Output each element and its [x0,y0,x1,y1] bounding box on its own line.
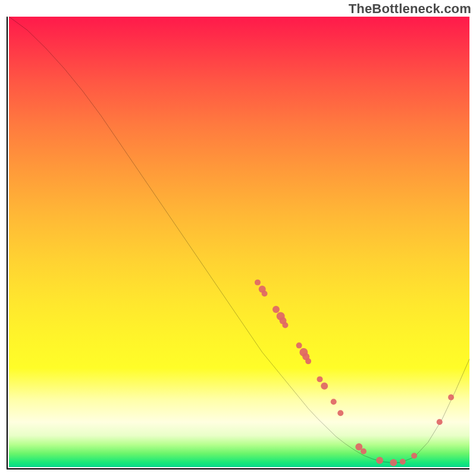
watermark-text: TheBottleneck.com [349,1,471,17]
plot-area [7,17,469,469]
scatter-point [390,459,397,466]
scatter-point [361,449,367,455]
curve-svg [9,17,469,467]
scatter-point [337,410,343,416]
scatter-point [296,343,302,349]
scatter-point [317,376,322,382]
scatter-point [411,453,417,459]
scatter-point [448,394,454,400]
scatter-point [273,306,280,313]
scatter-point [282,322,288,328]
scatter-point [255,280,261,286]
bottleneck-curve [9,17,469,462]
scatter-point [331,399,337,405]
scatter-point [262,291,268,297]
scatter-point [400,459,406,465]
scatter-point [376,457,383,464]
chart-stage: TheBottleneck.com [0,0,476,476]
scatter-point [305,358,311,364]
scatter-point [437,419,443,425]
scatter-points [255,280,454,466]
scatter-point [321,383,328,390]
